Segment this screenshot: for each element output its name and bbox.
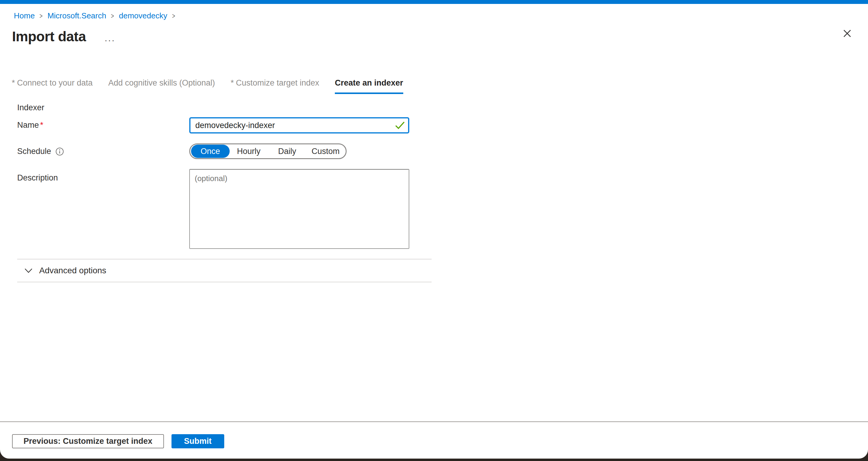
footer-divider	[0, 421, 868, 422]
indexer-form: Indexer Name* Schedule	[17, 103, 432, 249]
page-header: Import data ...	[12, 28, 868, 44]
page-title: Import data	[12, 28, 86, 44]
previous-button[interactable]: Previous: Customize target index	[12, 434, 164, 448]
indexer-name-input[interactable]	[189, 117, 409, 133]
tab-label: Connect to your data	[17, 78, 93, 87]
portal-top-accent-bar	[0, 0, 868, 4]
name-field	[189, 117, 409, 133]
name-row: Name*	[17, 117, 432, 133]
description-label-text: Description	[17, 173, 58, 183]
close-icon	[842, 28, 852, 38]
info-icon[interactable]	[56, 147, 64, 156]
schedule-option-once[interactable]: Once	[191, 145, 230, 158]
name-label-text: Name	[17, 121, 39, 129]
chevron-down-icon	[24, 268, 33, 273]
schedule-option-custom[interactable]: Custom	[307, 145, 345, 158]
tab-add-cognitive-skills[interactable]: Add cognitive skills (Optional)	[108, 78, 215, 94]
schedule-row: Schedule Once Hourly Daily Custom	[17, 144, 432, 159]
divider	[17, 282, 432, 282]
import-data-panel: Home > Microsoft.Search > demovedecky > …	[0, 0, 868, 459]
breadcrumb-separator: >	[111, 12, 114, 20]
schedule-segmented-control: Once Hourly Daily Custom	[189, 144, 347, 159]
description-row: Description	[17, 169, 432, 249]
schedule-label: Schedule	[17, 144, 189, 156]
required-marker: *	[40, 121, 43, 129]
breadcrumb-home-link[interactable]: Home	[14, 11, 35, 21]
required-marker: *	[12, 78, 15, 87]
advanced-options-label: Advanced options	[39, 266, 106, 275]
tab-customize-target-index[interactable]: *Customize target index	[230, 78, 319, 94]
description-textarea[interactable]	[189, 169, 409, 249]
breadcrumb-separator: >	[39, 12, 42, 20]
footer-actions: Previous: Customize target index Submit	[12, 434, 224, 448]
close-button[interactable]	[842, 28, 852, 38]
required-marker: *	[230, 78, 234, 87]
breadcrumb-microsoft-search-link[interactable]: Microsoft.Search	[47, 11, 106, 21]
advanced-options-toggle[interactable]: Advanced options	[17, 259, 868, 282]
description-label: Description	[17, 169, 189, 183]
breadcrumb-demovedecky-link[interactable]: demovedecky	[119, 11, 167, 21]
breadcrumb-separator: >	[172, 12, 175, 20]
tab-label: Customize target index	[236, 78, 319, 87]
more-options-icon[interactable]: ...	[104, 30, 116, 43]
schedule-label-text: Schedule	[17, 147, 51, 156]
breadcrumb: Home > Microsoft.Search > demovedecky >	[14, 11, 868, 21]
tab-label: Create an indexer	[335, 78, 403, 87]
tab-create-an-indexer[interactable]: Create an indexer	[335, 78, 403, 94]
schedule-option-daily[interactable]: Daily	[268, 145, 307, 158]
tab-connect-to-your-data[interactable]: *Connect to your data	[12, 78, 93, 94]
name-label: Name*	[17, 117, 189, 130]
valid-check-icon	[395, 121, 405, 129]
schedule-option-hourly[interactable]: Hourly	[230, 145, 268, 158]
section-title-indexer: Indexer	[17, 103, 432, 113]
submit-button[interactable]: Submit	[172, 434, 224, 448]
tab-label: Add cognitive skills (Optional)	[108, 78, 215, 87]
wizard-tabs: *Connect to your data Add cognitive skil…	[12, 78, 868, 94]
